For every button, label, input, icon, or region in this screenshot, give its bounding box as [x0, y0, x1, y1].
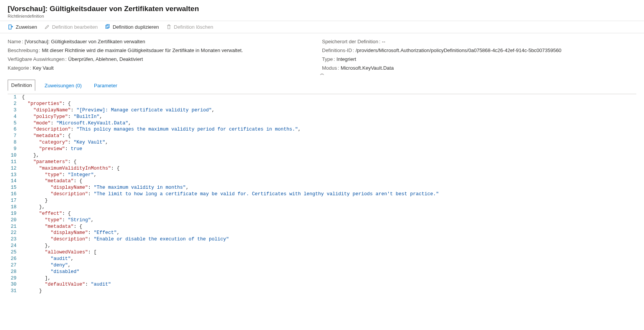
code-line[interactable]: "deny",: [22, 262, 636, 269]
toolbar: Zuweisen Definition bearbeiten Definitio…: [0, 21, 644, 33]
line-number: 15: [8, 185, 22, 191]
code-line[interactable]: "metadata": {: [22, 133, 636, 139]
detail-label: Modus: [322, 65, 337, 71]
tab-definition[interactable]: Definition: [8, 80, 35, 91]
line-number: 10: [8, 152, 22, 159]
tab-parameters[interactable]: Parameter: [91, 80, 120, 91]
page-header: [Vorschau]: Gültigkeitsdauer von Zertifi…: [0, 0, 644, 21]
line-number: 21: [8, 224, 22, 230]
detail-label: Kategorie: [8, 65, 29, 71]
detail-label: Name: [8, 39, 21, 44]
detail-value: Microsoft.KeyVault.Data: [341, 65, 394, 71]
code-line[interactable]: },: [22, 204, 636, 211]
code-line[interactable]: "preview": true: [22, 146, 636, 152]
code-line[interactable]: "disabled": [22, 269, 636, 275]
detail-label: Beschreibung: [8, 47, 38, 53]
line-number: 24: [8, 243, 22, 249]
detail-row: Name : [Vorschau]: Gültigkeitsdauer von …: [8, 39, 322, 44]
code-line[interactable]: "properties": {: [22, 101, 636, 107]
code-line[interactable]: "audit",: [22, 256, 636, 262]
code-line[interactable]: "description": "The limit to how long a …: [22, 191, 636, 198]
pencil-icon: [44, 24, 50, 30]
code-line[interactable]: "metadata": {: [22, 178, 636, 185]
line-number: 31: [8, 288, 22, 294]
code-line[interactable]: ],: [22, 275, 636, 282]
code-line[interactable]: "metadata": {: [22, 224, 636, 230]
details-left: Name : [Vorschau]: Gültigkeitsdauer von …: [8, 39, 322, 74]
detail-value: Integriert: [337, 56, 356, 62]
edit-label: Definition bearbeiten: [52, 24, 98, 30]
line-number: 28: [8, 269, 22, 275]
line-number: 25: [8, 249, 22, 256]
line-number: 23: [8, 236, 22, 243]
line-number: 11: [8, 159, 22, 165]
code-line[interactable]: },: [22, 152, 636, 159]
code-line[interactable]: "description": "This policy manages the …: [22, 126, 636, 133]
code-line[interactable]: "category": "Key Vault",: [22, 139, 636, 146]
detail-label: Speicherort der Definition: [322, 39, 378, 44]
detail-row: Modus : Microsoft.KeyVault.Data: [322, 65, 636, 71]
page-subtitle: Richtliniendefinition: [8, 14, 636, 18]
edit-definition-button: Definition bearbeiten: [44, 24, 98, 30]
duplicate-label: Definition duplizieren: [113, 24, 159, 30]
line-number: 29: [8, 275, 22, 282]
details-pane: Name : [Vorschau]: Gültigkeitsdauer von …: [0, 33, 644, 75]
line-number: 19: [8, 211, 22, 217]
assign-icon: [8, 24, 13, 30]
code-line[interactable]: },: [22, 243, 636, 249]
code-line[interactable]: "defaultValue": "audit": [22, 281, 636, 288]
line-number: 6: [8, 126, 22, 133]
code-editor[interactable]: 1{2 "properties": {3 "displayName": "[Pr…: [8, 94, 636, 294]
code-line[interactable]: "mode": "Microsoft.KeyVault.Data",: [22, 120, 636, 127]
page-title: [Vorschau]: Gültigkeitsdauer von Zertifi…: [8, 5, 636, 13]
code-line[interactable]: "displayName": "[Preview]: Manage certif…: [22, 107, 636, 114]
collapse-caret-icon[interactable]: ︽: [320, 70, 324, 76]
code-line[interactable]: }: [22, 288, 636, 294]
tab-bar: Definition Zuweisungen (0) Parameter: [0, 75, 644, 91]
code-line[interactable]: "parameters": {: [22, 159, 636, 165]
line-number: 22: [8, 230, 22, 236]
line-number: 2: [8, 101, 22, 107]
code-line[interactable]: "effect": {: [22, 211, 636, 217]
line-number: 18: [8, 204, 22, 211]
code-line[interactable]: "policyType": "BuiltIn",: [22, 114, 636, 120]
detail-row: Beschreibung : Mit dieser Richtlinie wir…: [8, 47, 322, 53]
code-line[interactable]: "displayName": "Effect",: [22, 230, 636, 236]
detail-value: --: [382, 39, 385, 44]
line-number: 27: [8, 262, 22, 269]
detail-row: Verfügbare Auswirkungen : Überprüfen, Ab…: [8, 56, 322, 62]
detail-value: /providers/Microsoft.Authorization/polic…: [356, 47, 562, 53]
detail-value: Key Vault: [33, 65, 54, 71]
detail-row: Definitions-ID : /providers/Microsoft.Au…: [322, 47, 636, 53]
code-line[interactable]: "maximumValidityInMonths": {: [22, 165, 636, 172]
code-line[interactable]: "displayName": "The maximum validity in …: [22, 185, 636, 191]
line-number: 7: [8, 133, 22, 139]
assign-label: Zuweisen: [16, 24, 37, 30]
detail-row: Speicherort der Definition : --: [322, 39, 636, 44]
detail-label: Definitions-ID: [322, 47, 352, 53]
code-line[interactable]: {: [22, 94, 636, 101]
delete-definition-button: Definition löschen: [166, 24, 214, 30]
line-number: 20: [8, 217, 22, 224]
code-line[interactable]: "description": "Enable or disable the ex…: [22, 236, 636, 243]
line-number: 3: [8, 107, 22, 114]
line-number: 16: [8, 191, 22, 198]
line-number: 14: [8, 178, 22, 185]
duplicate-definition-button[interactable]: Definition duplizieren: [105, 24, 159, 30]
code-line[interactable]: "allowedValues": [: [22, 249, 636, 256]
assign-button[interactable]: Zuweisen: [8, 24, 37, 30]
details-right: Speicherort der Definition : --Definitio…: [322, 39, 636, 74]
line-number: 9: [8, 146, 22, 152]
line-number: 30: [8, 281, 22, 288]
line-number: 26: [8, 256, 22, 262]
line-number: 13: [8, 172, 22, 178]
copy-icon: [105, 24, 110, 30]
trash-icon: [166, 24, 172, 30]
code-line[interactable]: "type": "String",: [22, 217, 636, 224]
line-number: 17: [8, 198, 22, 204]
code-line[interactable]: }: [22, 198, 636, 204]
detail-value: Überprüfen, Ablehnen, Deaktiviert: [68, 56, 143, 62]
tab-assignments[interactable]: Zuweisungen (0): [41, 80, 85, 91]
detail-row: Type : Integriert: [322, 56, 636, 62]
code-line[interactable]: "type": "Integer",: [22, 172, 636, 178]
